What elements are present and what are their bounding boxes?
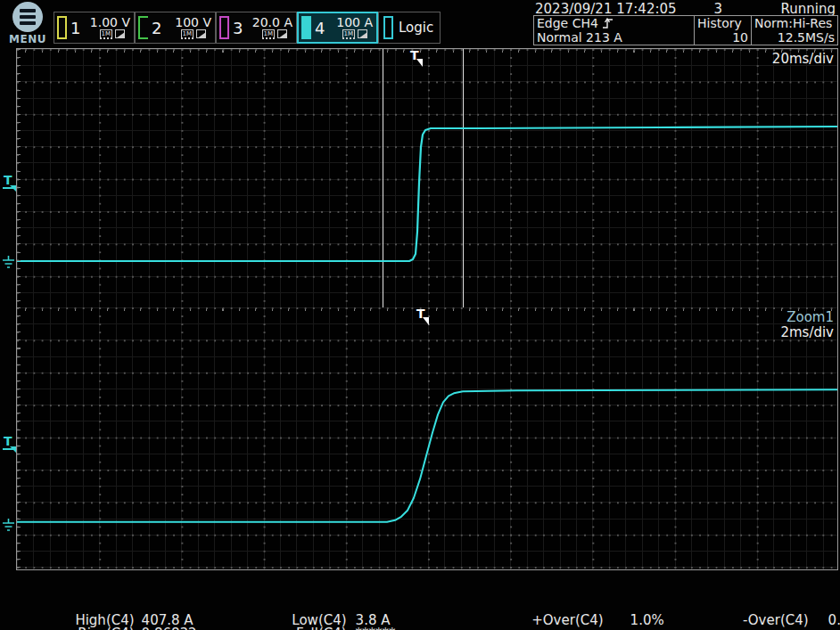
history-value: 10 — [697, 30, 748, 45]
status-table: Edge CH4 Normal 213 A History 10 Norm:Hi… — [533, 15, 838, 45]
zoom-timebase-label: 2ms/div — [780, 324, 834, 340]
sample-rate: 12.5MS/s — [754, 30, 835, 45]
trigger-level-icon[interactable]: T — [3, 436, 15, 447]
impedance-1m-icon: 1M — [181, 29, 194, 39]
logic-label: Logic — [399, 20, 433, 36]
measurement-plus-over: +Over(C4)1.0% — [482, 601, 664, 630]
main-timebase-label: 20ms/div — [772, 51, 834, 67]
channel-1-box[interactable]: 1 1.00 V 1M — [54, 12, 135, 44]
zoom-trace-ch4 — [17, 307, 837, 569]
probe-icon — [358, 29, 367, 38]
channel-4-bracket-icon — [301, 16, 311, 39]
menu-icon — [12, 2, 43, 32]
ground-icon[interactable] — [2, 518, 15, 532]
channel-1-bracket-icon — [57, 16, 67, 39]
channel-1-number: 1 — [70, 19, 80, 37]
menu-label: MENU — [7, 33, 48, 45]
channel-2-value: 100 V — [175, 16, 211, 29]
history-cell[interactable]: History 10 — [695, 16, 752, 45]
channel-strip: 1 1.00 V 1M 2 100 V 1M 3 — [54, 12, 441, 44]
measurement-fall: Fall(C4)****** — [223, 614, 396, 630]
channel-4-value: 100 A — [336, 16, 373, 29]
measurement-rise: Rise(C4)0.86832ms — [18, 614, 217, 630]
acquisition-cell[interactable]: Norm:Hi-Res 12.5MS/s — [752, 16, 837, 45]
trigger-info-cell[interactable]: Edge CH4 Normal 213 A — [534, 16, 695, 45]
channel-4-number: 4 — [315, 19, 325, 37]
channel-3-value: 20.0 A — [252, 16, 292, 29]
probe-icon — [196, 29, 206, 38]
trigger-level-icon[interactable]: T — [3, 175, 15, 186]
history-label: History — [697, 16, 748, 30]
probe-icon — [115, 29, 125, 38]
trigger-position-icon[interactable]: T — [410, 49, 424, 70]
impedance-1m-icon: 1M — [100, 29, 113, 39]
measurement-minus-over: -Over(C4)0.9% — [687, 601, 840, 630]
main-waveform-area: T 20ms/div — [16, 48, 838, 308]
probe-icon — [277, 29, 287, 38]
trigger-position-icon[interactable]: T — [416, 307, 431, 329]
channel-3-box[interactable]: 3 20.0 A 1M — [216, 12, 297, 44]
main-trace-ch4 — [17, 49, 837, 307]
trigger-mode-line: Normal 213 A — [537, 30, 691, 45]
channel-2-number: 2 — [152, 19, 161, 37]
logic-box[interactable]: Logic — [378, 12, 441, 44]
menu-button[interactable]: MENU — [7, 2, 48, 45]
acquisition-mode: Norm:Hi-Res — [754, 16, 835, 30]
channel-1-value: 1.00 V — [90, 16, 130, 29]
channel-3-bracket-icon — [219, 16, 229, 39]
channel-2-bracket-icon — [138, 16, 148, 39]
impedance-1m-icon: 1M — [342, 29, 356, 39]
logic-bracket-icon — [383, 16, 393, 39]
trigger-edge-label: Edge CH4 — [537, 16, 598, 30]
oscilloscope-screen: MENU 1 1.00 V 1M 2 100 V 1M — [0, 0, 840, 630]
channel-4-box[interactable]: 4 100 A 1M — [297, 12, 378, 44]
zoom-waveform-area: T Zoom1 2ms/div — [16, 307, 838, 570]
channel-2-box[interactable]: 2 100 V 1M — [135, 12, 216, 44]
impedance-1m-icon: 1M — [262, 29, 276, 39]
channel-3-number: 3 — [233, 19, 243, 37]
ground-icon[interactable] — [2, 255, 15, 269]
zoom-window-label: Zoom1 — [786, 309, 834, 325]
rising-edge-icon — [602, 17, 614, 29]
